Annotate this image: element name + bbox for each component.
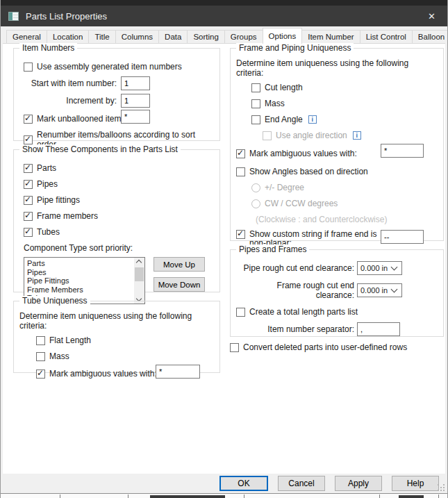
end-angle-checkbox[interactable]: End Angle — [251, 115, 303, 124]
convert-deleted-parts-checkbox[interactable]: Convert deleted parts into user-defined … — [230, 342, 407, 352]
chevron-down-icon — [391, 264, 398, 271]
group-title: Frame and Piping Uniqueness — [236, 43, 354, 53]
tab-groups[interactable]: Groups — [224, 30, 263, 43]
cancel-button[interactable]: Cancel — [278, 476, 325, 491]
show-pipes-checkbox[interactable]: Pipes — [24, 179, 58, 189]
parts-list-properties-dialog: Parts List Properties ✕ General Location… — [0, 0, 448, 498]
tab-location[interactable]: Location — [47, 30, 89, 43]
checkbox-icon — [236, 308, 245, 317]
checkbox-icon — [263, 131, 272, 140]
sort-priority-label: Component Type sort priority: — [24, 243, 133, 253]
tab-item-number[interactable]: Item Number — [301, 30, 360, 43]
resize-grip[interactable] — [438, 484, 445, 492]
group-title: Tube Uniqueness — [19, 296, 90, 306]
group-title: Show These Components in the Parts List — [19, 144, 181, 154]
list-item[interactable]: Pipes — [27, 268, 134, 277]
tab-general[interactable]: General — [6, 30, 47, 43]
show-pipe-fittings-checkbox[interactable]: Pipe fittings — [24, 195, 80, 205]
move-up-button[interactable]: Move Up — [154, 257, 205, 272]
tab-options[interactable]: Options — [263, 28, 303, 44]
use-assembly-item-numbers-checkbox[interactable]: Use assembly generated item numbers — [24, 62, 182, 72]
chevron-down-icon — [391, 286, 398, 293]
info-icon[interactable] — [353, 131, 361, 140]
group-title: Item Numbers — [19, 43, 77, 53]
show-frame-members-checkbox[interactable]: Frame members — [24, 211, 98, 221]
flat-length-checkbox[interactable]: Flat Length — [36, 335, 91, 345]
frame-mark-ambiguous-input[interactable] — [381, 144, 424, 158]
parts-list-icon — [8, 12, 19, 21]
show-angles-direction-checkbox[interactable]: Show Angles based on direction — [236, 167, 368, 176]
checkbox-icon — [24, 63, 33, 72]
item-numbers-group: Item Numbers Use assembly generated item… — [13, 48, 220, 141]
tab-sorting[interactable]: Sorting — [187, 30, 224, 43]
checkbox-icon — [251, 115, 260, 124]
tab-data[interactable]: Data — [158, 30, 188, 43]
apply-button[interactable]: Apply — [335, 476, 382, 491]
list-item[interactable]: Frame Members — [27, 285, 134, 294]
cw-ccw-degrees-radio[interactable]: CW / CCW degrees — [251, 199, 338, 208]
convert-deleted-row: Convert deleted parts into user-defined … — [230, 341, 444, 354]
pipe-clearance-select[interactable]: 0.000 in — [357, 261, 402, 275]
tab-columns[interactable]: Columns — [115, 30, 159, 43]
increment-by-label: Increment by: — [19, 96, 117, 106]
help-button[interactable]: Help — [392, 476, 439, 491]
use-angle-direction-checkbox[interactable]: Use angle direction — [263, 131, 347, 140]
tab-balloon[interactable]: Balloon — [412, 30, 448, 43]
checkbox-icon — [24, 115, 33, 124]
checkbox-icon — [236, 167, 245, 176]
frame-mass-checkbox[interactable]: Mass — [251, 99, 285, 108]
listbox-scrollbar[interactable] — [134, 258, 144, 304]
tube-mark-ambiguous-input[interactable] — [156, 365, 200, 379]
ok-button[interactable]: OK — [219, 476, 268, 491]
tube-mark-ambiguous-checkbox[interactable]: Mark ambiguous values with: — [36, 369, 157, 379]
frame-piping-uniqueness-group: Frame and Piping Uniqueness Determine it… — [230, 48, 444, 241]
dialog-footer: OK Cancel Apply Help — [1, 474, 447, 493]
checkbox-icon — [36, 336, 45, 345]
frame-clearance-select[interactable]: 0.000 in — [357, 283, 402, 297]
checkbox-icon — [236, 230, 245, 239]
item-number-separator-input[interactable] — [357, 322, 400, 336]
checkbox-icon — [36, 352, 45, 361]
mark-unballooned-checkbox[interactable]: Mark unballooned items: — [24, 114, 128, 124]
scroll-up-icon[interactable] — [134, 258, 144, 266]
checkbox-icon — [251, 83, 260, 92]
options-tab-page: Item Numbers Use assembly generated item… — [3, 43, 445, 474]
total-length-parts-list-checkbox[interactable]: Create a total length parts list — [236, 307, 358, 317]
scrollbar-thumb[interactable] — [135, 267, 144, 281]
plus-minus-degree-radio[interactable]: +/- Degree — [251, 183, 304, 192]
checkbox-icon — [236, 149, 245, 158]
tube-criteria-label: Determine item uniqueness using the foll… — [19, 311, 214, 331]
radio-icon — [251, 183, 260, 192]
pipe-clearance-label: Pipe rough cut end clearance: — [236, 263, 354, 273]
group-title: Pipes and Frames — [236, 244, 309, 254]
list-item[interactable]: Parts — [27, 259, 134, 268]
move-down-button[interactable]: Move Down — [154, 277, 205, 292]
background-app-sliver — [1, 493, 447, 498]
show-tubes-checkbox[interactable]: Tubes — [24, 227, 60, 237]
frame-mark-ambiguous-checkbox[interactable]: Mark ambiguous values with: — [236, 149, 357, 158]
checkbox-icon — [251, 99, 260, 108]
checkbox-icon — [24, 180, 33, 189]
window-title: Parts List Properties — [26, 11, 107, 22]
checkbox-icon — [24, 196, 33, 205]
list-item[interactable]: Pipe Fittings — [27, 276, 134, 285]
increment-by-input[interactable] — [121, 94, 150, 108]
checkbox-icon — [24, 228, 33, 237]
custom-string-input[interactable] — [381, 230, 424, 244]
show-parts-checkbox[interactable]: Parts — [24, 163, 56, 173]
cut-length-checkbox[interactable]: Cut length — [251, 83, 303, 92]
tube-mass-checkbox[interactable]: Mass — [36, 351, 69, 361]
item-number-separator-label: Item number separator: — [236, 324, 354, 334]
window-top-border — [1, 0, 447, 6]
tab-list-control[interactable]: List Control — [360, 30, 413, 43]
frame-clearance-label: Frame rough cut end clearance: — [236, 281, 354, 300]
start-item-number-input[interactable] — [121, 76, 150, 90]
mark-unballooned-input[interactable] — [121, 110, 150, 124]
tab-title[interactable]: Title — [88, 30, 115, 43]
info-icon[interactable] — [308, 115, 317, 124]
close-icon[interactable]: ✕ — [416, 6, 447, 26]
frame-criteria-label: Determine item uniqueness using the foll… — [236, 58, 438, 78]
start-item-number-label: Start with item number: — [19, 78, 117, 88]
checkbox-icon — [24, 212, 33, 221]
checkbox-icon — [36, 370, 45, 379]
